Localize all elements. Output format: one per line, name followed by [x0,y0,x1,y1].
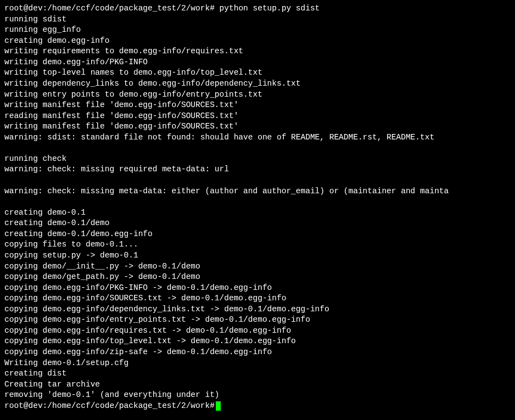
output-line: copying demo.egg-info/zip-safe -> demo-0… [4,347,511,358]
output-line: running check [4,154,511,165]
output-line: Writing demo-0.1/setup.cfg [4,358,511,369]
output-line [4,143,511,154]
output-line: warning: sdist: standard file not found:… [4,132,511,143]
output-line: creating demo-0.1/demo.egg-info [4,229,511,240]
output-line: Creating tar archive [4,379,511,390]
cursor-icon [216,401,221,411]
active-prompt-line[interactable]: root@dev:/home/ccf/code/package_test/2/w… [4,401,511,412]
output-line: copying files to demo-0.1... [4,239,511,250]
output-line: writing demo.egg-info/PKG-INFO [4,57,511,68]
output-line: copying demo.egg-info/entry_points.txt -… [4,315,511,326]
output-line: creating dist [4,368,511,379]
output-line: writing entry points to demo.egg-info/en… [4,89,511,100]
output-line: writing top-level names to demo.egg-info… [4,68,511,79]
command-text: python setup.py sdist [220,4,320,13]
output-line: reading manifest file 'demo.egg-info/SOU… [4,111,511,122]
output-line: copying setup.py -> demo-0.1 [4,250,511,261]
output-line: creating demo-0.1/demo [4,218,511,229]
output-line: copying demo/__init__.py -> demo-0.1/dem… [4,261,511,272]
output-line: warning: check: missing meta-data: eithe… [4,186,511,197]
output-line: creating demo.egg-info [4,36,511,47]
output-line: copying demo.egg-info/requires.txt -> de… [4,326,511,337]
output-line [4,197,511,208]
output-line: copying demo.egg-info/SOURCES.txt -> dem… [4,293,511,304]
output-line: copying demo.egg-info/top_level.txt -> d… [4,336,511,347]
output-line: running egg_info [4,25,511,36]
output-line: removing 'demo-0.1' (and everything unde… [4,390,511,401]
output-line: running sdist [4,14,511,25]
command-line: root@dev:/home/ccf/code/package_test/2/w… [4,3,511,14]
output-line: writing dependency_links to demo.egg-inf… [4,79,511,89]
output-line: warning: check: missing required meta-da… [4,164,511,175]
terminal-window[interactable]: root@dev:/home/ccf/code/package_test/2/w… [4,3,511,411]
output-line: writing manifest file 'demo.egg-info/SOU… [4,100,511,111]
output-line [4,175,511,186]
shell-prompt: root@dev:/home/ccf/code/package_test/2/w… [4,401,215,412]
output-line: writing requirements to demo.egg-info/re… [4,46,511,57]
output-line: creating demo-0.1 [4,208,511,219]
output-line: writing manifest file 'demo.egg-info/SOU… [4,121,511,132]
output-line: copying demo.egg-info/PKG-INFO -> demo-0… [4,283,511,294]
shell-prompt: root@dev:/home/ccf/code/package_test/2/w… [4,4,220,13]
output-line: copying demo/get_path.py -> demo-0.1/dem… [4,272,511,283]
output-line: copying demo.egg-info/dependency_links.t… [4,304,511,315]
